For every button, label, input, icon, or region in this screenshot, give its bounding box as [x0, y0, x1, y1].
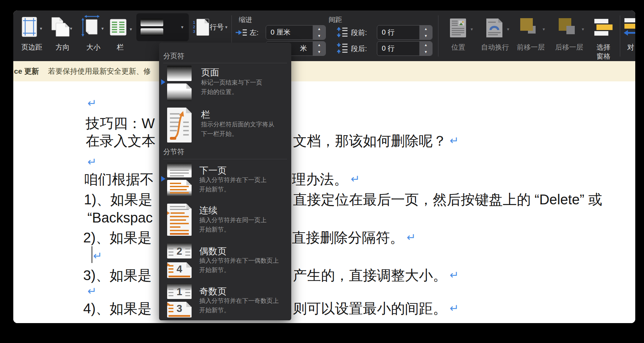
stepper-up-icon[interactable] — [313, 42, 325, 49]
bring-forward-label: 前移一层 — [514, 43, 548, 52]
menu-separator — [163, 159, 287, 159]
menu-item-title[interactable]: 偶数页 — [199, 245, 227, 257]
bring-forward-button[interactable]: 前移一层 — [514, 14, 549, 56]
spacing-after-label: 段后: — [351, 44, 367, 53]
menu-separator — [163, 63, 287, 63]
stepper-down-icon[interactable] — [313, 49, 325, 56]
page-size-label: 大小 — [78, 43, 108, 52]
indent-left-label: 左: — [250, 28, 259, 37]
send-backward-label: 后移一层 — [552, 43, 586, 52]
menu-item-desc: 开始的位置。 — [201, 88, 238, 96]
breaks-dropdown-arrow[interactable] — [181, 24, 184, 30]
doc-text: 文档，那该如何删除呢？↵ — [293, 131, 459, 151]
indent-left-stepper[interactable] — [313, 25, 325, 39]
menu-item-desc: 标记一页结束与下一页 — [201, 78, 262, 87]
columns-dropdown-arrow[interactable] — [130, 27, 132, 32]
spacing-before-stepper[interactable] — [419, 25, 432, 39]
bring-forward-dropdown-arrow[interactable] — [543, 27, 545, 32]
doc-text: 则可以设置最小的间距。↵ — [293, 299, 459, 318]
send-backward-button[interactable]: 后移一层 — [552, 14, 587, 56]
paragraph-mark: ↵ — [450, 134, 459, 147]
doc-text: 咱们根据不 — [84, 170, 154, 189]
menu-item-desc: 开始新节。 — [199, 185, 230, 194]
menu-item-desc: 插入分节符并在下一奇数页上 — [199, 297, 279, 305]
stepper-down-icon[interactable] — [420, 49, 432, 56]
menu-item-title[interactable]: 页面 — [201, 66, 219, 79]
doc-text: 在录入文本 — [86, 131, 156, 151]
stepper-down-icon[interactable] — [420, 32, 432, 39]
stepper-up-icon[interactable] — [313, 25, 325, 32]
menu-item-desc: 插入分节符并在同一页上 — [199, 216, 267, 224]
orientation-button[interactable]: 方向 — [48, 14, 78, 56]
even-page-badge: 4 — [167, 263, 192, 275]
page-breaks-header: 分页符 — [163, 51, 184, 61]
selection-pane-button[interactable]: 选择 窗格 — [591, 14, 617, 60]
selected-item-arrow-icon — [161, 79, 165, 85]
breaks-button[interactable] — [136, 13, 189, 41]
doc-text: 理办法。↵ — [292, 170, 360, 189]
page-size-dropdown-arrow[interactable] — [101, 26, 104, 31]
menu-item-title[interactable]: 栏 — [201, 109, 210, 121]
screen-background: 页边距 方向 — [0, 0, 644, 343]
spacing-before-value[interactable]: 0 行 — [377, 25, 419, 39]
orientation-dropdown-arrow[interactable] — [70, 26, 72, 31]
odd-page-badge: 1 — [167, 286, 192, 298]
menu-item-desc: 下一栏开始。 — [201, 130, 238, 138]
odd-page-badge: 3 — [167, 303, 192, 314]
stepper-down-icon[interactable] — [313, 32, 325, 39]
paragraph-mark: ↵ — [87, 97, 96, 110]
indent-right-stepper[interactable] — [313, 42, 325, 56]
columns-button[interactable]: 栏 — [105, 14, 135, 56]
section-breaks-header: 分节符 — [163, 147, 184, 156]
line-numbers-button[interactable]: 1 2 3 行号 — [191, 17, 229, 38]
line-numbers-label: 行号 — [210, 22, 224, 32]
wrap-text-dropdown-arrow[interactable] — [507, 27, 509, 32]
spacing-group-title: 间距 — [329, 15, 342, 24]
word-app-window: 页边距 方向 — [13, 10, 635, 323]
even-page-badge: 2 — [167, 246, 192, 257]
align-button[interactable]: 对 — [623, 14, 635, 60]
spacing-after-value[interactable]: 0 行 — [377, 42, 419, 56]
selection-pane-label-line1: 选择 — [591, 43, 616, 52]
paragraph-mark: ↵ — [87, 155, 96, 168]
menu-item-title[interactable]: 连续 — [199, 204, 217, 217]
indent-left-field[interactable]: 0 厘米 — [266, 25, 326, 40]
columns-label: 栏 — [105, 43, 135, 52]
margins-button[interactable]: 页边距 — [17, 14, 47, 56]
selected-item-arrow-icon — [161, 176, 165, 182]
menu-item-desc: 插入分节符并在下一页上 — [199, 176, 267, 184]
margins-dropdown-arrow[interactable] — [40, 26, 42, 31]
update-notice-bar: ce 更新 若要保持使用最新安全更新、修 — [13, 61, 635, 81]
position-button[interactable]: 位置 — [443, 14, 477, 56]
spacing-after-stepper[interactable] — [419, 42, 432, 56]
wrap-text-button[interactable]: 自动换行 — [478, 14, 513, 56]
paragraph-mark: ↵ — [87, 285, 96, 298]
ribbon-divider — [620, 15, 620, 57]
menu-item-title[interactable]: 奇数页 — [199, 285, 227, 298]
indent-left-value[interactable]: 0 厘米 — [266, 25, 313, 39]
doc-text: 直接定位在最后一页，然后按键盘上的 “Delete” 或 — [293, 190, 602, 209]
stepper-up-icon[interactable] — [420, 25, 432, 32]
doc-text: 1)、如果是 — [84, 190, 152, 209]
menu-item-desc: 开始新节。 — [199, 225, 230, 234]
paragraph-mark: ↵ — [351, 173, 360, 185]
wrap-text-label: 自动换行 — [478, 43, 512, 52]
spacing-after-field[interactable]: 0 行 — [377, 41, 432, 56]
notice-prefix: ce 更新 — [14, 66, 39, 76]
doc-text: “Backspac — [87, 210, 153, 226]
line-numbers-dropdown-arrow[interactable] — [225, 24, 228, 30]
send-backward-dropdown-arrow[interactable] — [582, 27, 584, 32]
ribbon-divider — [438, 15, 438, 57]
menu-item-title[interactable]: 下一页 — [199, 165, 227, 177]
notice-message: 若要保持使用最新安全更新、修 — [48, 66, 151, 76]
paragraph-mark: ↵ — [93, 249, 102, 262]
position-dropdown-arrow[interactable] — [471, 27, 473, 32]
menu-item-desc: 开始新节。 — [199, 266, 230, 274]
stepper-up-icon[interactable] — [420, 42, 432, 49]
selection-pane-label-line2: 窗格 — [591, 52, 616, 61]
document-area[interactable]: ↵ ↵ ↵ ↵ 技巧四：W 在录入文本 咱们根据不 1)、如果是 “Backsp… — [13, 81, 635, 323]
spacing-before-field[interactable]: 0 行 — [377, 25, 432, 40]
ribbon-toolbar: 页边距 方向 — [13, 10, 635, 61]
page-size-button[interactable]: 大小 — [78, 13, 108, 56]
menu-item-desc: 插入分节符并在下一偶数页上 — [199, 256, 279, 265]
